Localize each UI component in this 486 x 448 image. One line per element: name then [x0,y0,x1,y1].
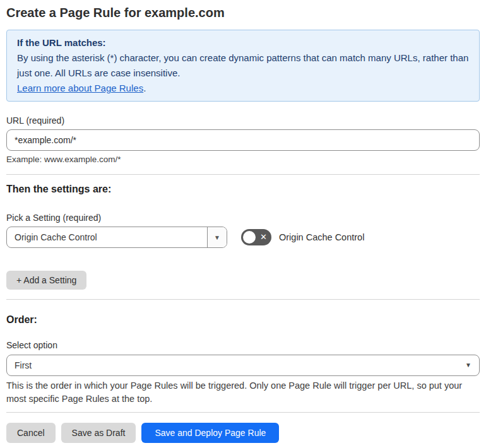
pick-setting-label: Pick a Setting (required) [6,213,480,223]
order-help-text: This is the order in which your Page Rul… [6,379,480,406]
order-section-heading: Order: [6,314,480,326]
section-divider [6,299,480,300]
learn-more-link[interactable]: Learn more about Page Rules [17,83,143,93]
section-divider [6,174,480,175]
footer-actions: Cancel Save as Draft Save and Deploy Pag… [6,423,480,443]
footer-divider [6,412,480,413]
setting-select[interactable]: Origin Cache Control ▼ [6,227,227,248]
order-select-label: Select option [6,340,480,350]
order-select[interactable]: First ▼ [6,355,480,376]
toggle-off-x-icon: ✕ [260,229,267,245]
info-box-heading: If the URL matches: [17,35,469,50]
settings-section-heading: Then the settings are: [6,184,480,195]
toggle-label: Origin Cache Control [279,232,364,242]
create-page-rule-panel: Create a Page Rule for example.com If th… [0,0,486,448]
info-box-link-line: Learn more about Page Rules. [17,81,469,96]
save-and-deploy-button[interactable]: Save and Deploy Page Rule [141,423,279,443]
order-select-value: First [7,355,479,375]
link-suffix: . [143,83,146,93]
chevron-down-icon: ▼ [465,355,471,375]
add-setting-button[interactable]: + Add a Setting [6,271,86,290]
setting-row: Origin Cache Control ▼ ✕ Origin Cache Co… [6,227,480,248]
url-example-text: Example: www.example.com/* [6,155,480,164]
url-match-info-box: If the URL matches: By using the asteris… [6,30,480,102]
setting-select-value: Origin Cache Control [7,227,207,247]
url-input[interactable] [6,129,480,151]
toggle-knob [243,231,256,244]
chevron-down-icon: ▼ [214,234,220,241]
url-field-label: URL (required) [6,115,480,126]
page-title: Create a Page Rule for example.com [6,5,480,20]
cancel-button[interactable]: Cancel [6,423,56,443]
save-as-draft-button[interactable]: Save as Draft [61,423,136,443]
info-box-body: By using the asterisk (*) character, you… [17,50,469,81]
origin-cache-control-toggle[interactable]: ✕ [241,229,271,245]
setting-select-arrow-segment[interactable]: ▼ [207,227,227,247]
